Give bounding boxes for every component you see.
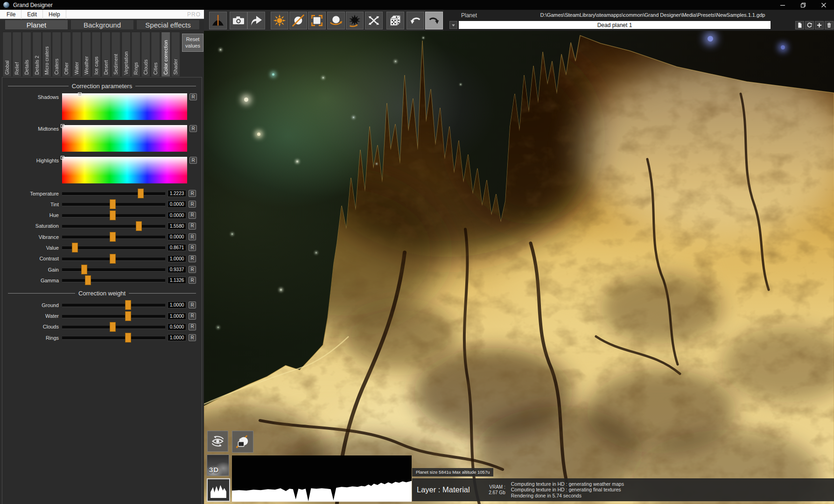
gamma-slider[interactable] — [62, 275, 165, 285]
slider-value[interactable]: 0.8671 — [168, 244, 186, 251]
toolbar-histogram-button[interactable] — [209, 12, 227, 29]
side-tab-other[interactable]: Other — [62, 32, 71, 77]
side-tab-micro-craters[interactable]: Micro craters — [42, 32, 51, 77]
side-tab-relief[interactable]: Relief — [12, 32, 21, 77]
reset-gain-button[interactable]: R — [189, 266, 196, 273]
slider-value[interactable]: 1.0000 — [168, 334, 186, 341]
color-picker-marker[interactable] — [61, 156, 64, 160]
side-tab-craters[interactable]: Craters — [52, 32, 61, 77]
reset-values-button[interactable]: Reset values — [182, 34, 203, 52]
slider-handle[interactable] — [110, 232, 116, 242]
toolbar-shuffle-button[interactable] — [365, 12, 383, 29]
toolbar-orbit-button[interactable] — [327, 12, 345, 29]
reset-tint-button[interactable]: R — [189, 201, 196, 208]
slider-value[interactable]: 1.0000 — [168, 255, 186, 262]
toolbar-dice-button[interactable] — [386, 12, 404, 29]
side-tab-sediment[interactable]: Sediment — [111, 32, 120, 77]
side-tab-desert[interactable]: Desert — [101, 32, 111, 77]
side-tab-clouds[interactable]: Clouds — [141, 32, 150, 77]
hue-slider[interactable] — [62, 210, 165, 220]
slider-value[interactable]: 1.5580 — [168, 223, 186, 230]
slider-value[interactable]: 0.0000 — [168, 201, 186, 208]
toolbar-redo-button[interactable] — [425, 12, 443, 29]
slider-value[interactable]: 0.0000 — [168, 212, 186, 219]
slider-value[interactable]: 1.0000 — [168, 301, 186, 308]
slider-value[interactable]: 0.9337 — [168, 266, 186, 273]
reset-saturation-button[interactable]: R — [189, 223, 196, 230]
slider-value[interactable]: 0.0000 — [168, 233, 186, 240]
preset-dropdown-button[interactable] — [449, 21, 457, 29]
toolbar-impact-button[interactable] — [346, 12, 364, 29]
reset-water-button[interactable]: R — [189, 313, 196, 320]
slider-handle[interactable] — [72, 243, 78, 252]
slider-handle[interactable] — [110, 254, 116, 264]
toolbar-planet-axis-button[interactable] — [289, 12, 307, 29]
menu-file[interactable]: File — [1, 10, 21, 19]
side-tab-weather[interactable]: Weather — [82, 32, 91, 77]
menu-edit[interactable]: Edit — [21, 10, 43, 19]
side-tab-color-correction[interactable]: Color correction — [161, 32, 170, 77]
preset-reload-button[interactable] — [805, 21, 814, 29]
clouds-slider[interactable] — [62, 322, 165, 332]
saturation-slider[interactable] — [62, 221, 165, 231]
tab-special-effects[interactable]: Special effects — [136, 20, 200, 30]
slider-handle[interactable] — [110, 322, 116, 332]
reset-clouds-button[interactable]: R — [189, 323, 196, 330]
preset-name-input[interactable] — [459, 21, 771, 29]
contrast-slider[interactable] — [62, 254, 165, 264]
side-tab-shader[interactable]: Shader — [171, 32, 180, 77]
slider-handle[interactable] — [110, 199, 116, 209]
preset-add-button[interactable] — [815, 21, 824, 29]
reset-rings-button[interactable]: R — [189, 334, 196, 341]
highlights-color-picker[interactable] — [62, 157, 187, 183]
toolbar-camera-button[interactable] — [230, 12, 247, 29]
toolbar-light-button[interactable] — [271, 12, 288, 29]
side-tab-ice-caps[interactable]: Ice caps — [91, 32, 101, 77]
preset-delete-button[interactable] — [825, 21, 834, 29]
slider-value[interactable]: 1.1326 — [168, 277, 186, 284]
side-tab-vegetation[interactable]: Vegetation — [121, 32, 131, 77]
gain-slider[interactable] — [62, 265, 165, 274]
slider-value[interactable]: 1.0000 — [168, 313, 186, 320]
side-tab-cities[interactable]: Cities — [151, 32, 160, 77]
side-tab-water[interactable]: Water — [72, 32, 81, 77]
temperature-slider[interactable] — [62, 189, 165, 198]
reset-highlights-button[interactable]: R — [189, 157, 197, 164]
reset-temperature-button[interactable]: R — [189, 190, 196, 197]
vibrance-slider[interactable] — [62, 232, 165, 242]
toolbar-undo-button[interactable] — [406, 12, 424, 29]
slider-value[interactable]: 0.5000 — [168, 323, 186, 330]
side-tab-details-2[interactable]: Details 2 — [32, 32, 42, 77]
reset-hue-button[interactable]: R — [189, 212, 196, 219]
toolbar-export-button[interactable] — [247, 12, 265, 29]
close-button[interactable] — [813, 0, 834, 10]
auto-rotate-button[interactable] — [207, 431, 228, 452]
side-tab-details[interactable]: Details — [22, 32, 31, 77]
reset-shadows-button[interactable]: R — [189, 93, 197, 100]
side-tab-rings[interactable]: Rings — [131, 32, 140, 77]
reset-vibrance-button[interactable]: R — [189, 233, 196, 240]
reset-contrast-button[interactable]: R — [189, 255, 196, 262]
slider-handle[interactable] — [136, 221, 142, 231]
tab-planet[interactable]: Planet — [5, 20, 68, 30]
slider-handle[interactable] — [138, 189, 144, 198]
preset-file-button[interactable] — [795, 21, 804, 29]
water-slider[interactable] — [62, 311, 165, 321]
reset-value-button[interactable]: R — [189, 244, 196, 251]
planet-viewport[interactable] — [204, 10, 834, 504]
slider-handle[interactable] — [125, 311, 131, 321]
color-picker-marker[interactable] — [78, 92, 82, 96]
view-3d-button[interactable]: 3D — [207, 455, 229, 476]
slider-handle[interactable] — [125, 300, 131, 310]
ground-slider[interactable] — [62, 300, 165, 310]
midtones-color-picker[interactable] — [62, 125, 187, 152]
side-tab-global[interactable]: Global — [2, 32, 12, 77]
slider-handle[interactable] — [110, 210, 116, 220]
slider-handle[interactable] — [85, 275, 91, 285]
toolbar-frame-button[interactable] — [308, 12, 326, 29]
restore-button[interactable] — [793, 0, 813, 10]
slider-handle[interactable] — [125, 333, 131, 343]
color-picker-marker[interactable] — [61, 124, 64, 128]
slider-value[interactable]: 1.2223 — [168, 190, 186, 197]
slider-handle[interactable] — [81, 265, 87, 274]
